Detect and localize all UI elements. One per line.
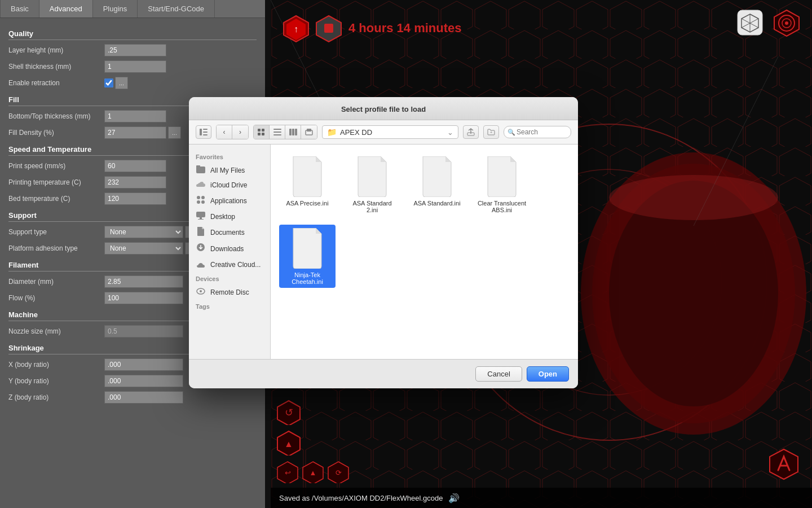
file-item-clear-translucent[interactable]: Clear Translucent ABS.ini bbox=[474, 153, 530, 216]
file-name-asa-standard: ASA Standard.ini bbox=[413, 200, 460, 207]
creative-cloud-icon bbox=[196, 260, 206, 269]
file-icon-asa-standard bbox=[419, 156, 455, 198]
svg-rect-29 bbox=[258, 129, 261, 132]
svg-rect-49 bbox=[196, 212, 205, 217]
favorites-title: Favorites bbox=[189, 150, 270, 163]
cover-view-button[interactable] bbox=[301, 125, 317, 139]
svg-rect-34 bbox=[273, 132, 281, 133]
sidebar-item-downloads-label: Downloads bbox=[210, 245, 244, 253]
search-wrapper: 🔍 bbox=[504, 126, 571, 138]
location-chevron: ⌄ bbox=[447, 128, 453, 137]
svg-text:+: + bbox=[490, 130, 493, 135]
sidebar-item-desktop[interactable]: Desktop bbox=[189, 209, 270, 224]
sidebar-item-icloud-drive[interactable]: iCloud Drive bbox=[189, 178, 270, 192]
dialog-overlay: Select profile file to load ‹ › bbox=[0, 0, 812, 508]
search-icon: 🔍 bbox=[508, 129, 515, 136]
sidebar-item-creative-cloud[interactable]: Creative Cloud... bbox=[189, 257, 270, 272]
svg-point-54 bbox=[200, 290, 202, 292]
file-name-clear-translucent: Clear Translucent ABS.ini bbox=[476, 200, 527, 213]
desktop-icon bbox=[196, 212, 206, 221]
file-name-asa-precise: ASA Precise.ini bbox=[286, 200, 328, 207]
dialog-main: ASA Precise.ini ASA Standard 2.ini bbox=[271, 144, 578, 359]
svg-rect-25 bbox=[200, 129, 202, 135]
dialog-toolbar: ‹ › 📁 APEX DD bbox=[189, 120, 578, 144]
icon-view-button[interactable] bbox=[254, 125, 270, 139]
svg-rect-37 bbox=[292, 129, 294, 135]
new-folder-button[interactable]: + bbox=[483, 125, 499, 139]
file-item-asa-standard-2[interactable]: ASA Standard 2.ini bbox=[344, 153, 400, 216]
remote-disc-icon bbox=[196, 287, 206, 297]
svg-rect-40 bbox=[307, 129, 311, 132]
list-view-button[interactable] bbox=[270, 125, 285, 139]
folder-icon: 📁 bbox=[327, 128, 337, 137]
tags-title: Tags bbox=[189, 300, 270, 312]
sidebar-item-applications[interactable]: Applications bbox=[189, 192, 270, 209]
file-name-asa-standard-2: ASA Standard 2.ini bbox=[347, 200, 398, 213]
sidebar-item-desktop-label: Desktop bbox=[210, 213, 235, 221]
sidebar-item-documents-label: Documents bbox=[210, 229, 245, 237]
nav-buttons: ‹ › bbox=[216, 125, 249, 139]
view-mode-buttons bbox=[253, 125, 317, 139]
svg-rect-38 bbox=[295, 129, 297, 135]
file-name-ninjaflex: Ninja-Tek Cheetah.ini bbox=[282, 271, 333, 285]
open-button[interactable]: Open bbox=[527, 366, 569, 382]
svg-rect-31 bbox=[258, 133, 261, 135]
svg-rect-36 bbox=[289, 129, 292, 135]
svg-rect-44 bbox=[196, 165, 200, 168]
file-icon-ninjaflex bbox=[289, 227, 325, 269]
cancel-button[interactable]: Cancel bbox=[475, 366, 522, 382]
back-button[interactable]: ‹ bbox=[217, 125, 232, 139]
location-bar: 📁 APEX DD ⌄ bbox=[322, 125, 458, 139]
dialog-footer: Cancel Open bbox=[189, 359, 578, 388]
svg-rect-28 bbox=[203, 134, 208, 135]
view-sidebar-button[interactable] bbox=[196, 125, 211, 139]
sidebar-item-all-my-files-label: All My Files bbox=[210, 167, 245, 174]
sidebar-item-remote-disc[interactable]: Remote Disc bbox=[189, 284, 270, 300]
svg-rect-27 bbox=[203, 132, 208, 133]
svg-point-45 bbox=[197, 196, 200, 199]
dialog-sidebar: Favorites All My Files iCloud Drive bbox=[189, 144, 271, 359]
svg-rect-30 bbox=[262, 129, 264, 132]
sidebar-item-documents[interactable]: Documents bbox=[189, 224, 270, 240]
all-my-files-icon bbox=[196, 165, 206, 175]
column-view-button[interactable] bbox=[285, 125, 301, 139]
file-icon-asa-precise bbox=[289, 156, 325, 198]
svg-point-47 bbox=[197, 200, 200, 204]
file-item-asa-precise[interactable]: ASA Precise.ini bbox=[279, 153, 336, 216]
documents-icon bbox=[196, 227, 206, 238]
devices-title: Devices bbox=[189, 272, 270, 284]
dialog-body: Favorites All My Files iCloud Drive bbox=[189, 144, 578, 359]
dialog-title: Select profile file to load bbox=[341, 105, 426, 113]
sidebar-item-icloud-label: iCloud Drive bbox=[210, 181, 247, 189]
file-item-asa-standard[interactable]: ASA Standard.ini bbox=[409, 153, 465, 216]
file-icon-clear-translucent bbox=[484, 156, 520, 198]
sidebar-item-remote-disc-label: Remote Disc bbox=[210, 288, 249, 296]
sidebar-item-creative-cloud-label: Creative Cloud... bbox=[210, 261, 261, 269]
icloud-icon bbox=[196, 181, 206, 190]
sidebar-item-downloads[interactable]: Downloads bbox=[189, 240, 270, 257]
svg-rect-32 bbox=[262, 133, 264, 135]
svg-rect-51 bbox=[198, 219, 204, 220]
svg-rect-26 bbox=[203, 129, 208, 130]
location-label: APEX DD bbox=[340, 128, 372, 137]
sidebar-item-applications-label: Applications bbox=[210, 197, 247, 205]
file-item-ninjaflex[interactable]: Ninja-Tek Cheetah.ini bbox=[279, 225, 336, 288]
file-icon-asa-standard-2 bbox=[354, 156, 390, 198]
file-dialog: Select profile file to load ‹ › bbox=[189, 97, 578, 388]
file-grid: ASA Precise.ini ASA Standard 2.ini bbox=[279, 153, 570, 288]
dialog-title-bar: Select profile file to load bbox=[189, 97, 578, 120]
svg-point-48 bbox=[201, 200, 205, 204]
applications-icon bbox=[196, 195, 206, 206]
sidebar-item-all-my-files[interactable]: All My Files bbox=[189, 163, 270, 178]
svg-point-46 bbox=[201, 196, 205, 199]
forward-button[interactable]: › bbox=[232, 125, 248, 139]
downloads-icon bbox=[196, 243, 206, 254]
svg-rect-33 bbox=[273, 129, 281, 130]
svg-rect-35 bbox=[273, 134, 281, 135]
svg-rect-50 bbox=[200, 217, 202, 219]
share-button[interactable] bbox=[463, 125, 479, 139]
